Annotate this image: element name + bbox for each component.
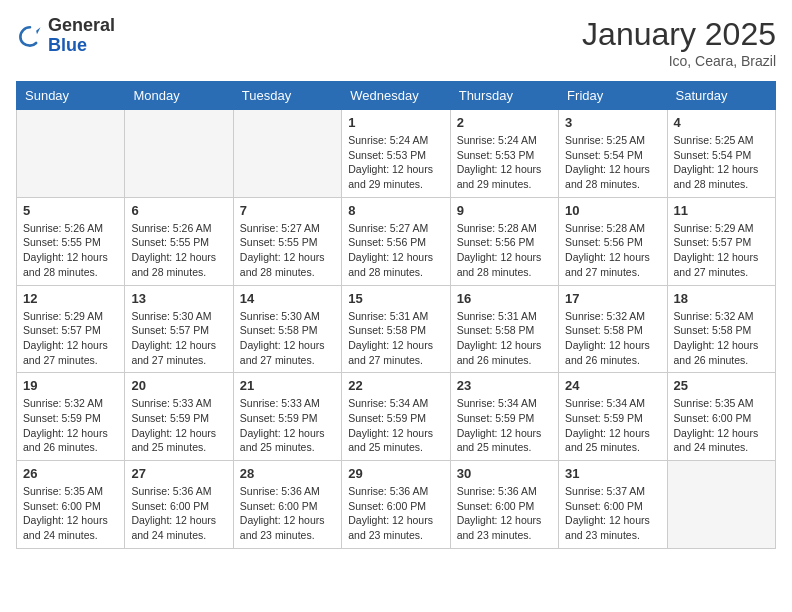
day-info: Sunrise: 5:31 AM Sunset: 5:58 PM Dayligh… bbox=[457, 309, 552, 368]
calendar-cell: 31Sunrise: 5:37 AM Sunset: 6:00 PM Dayli… bbox=[559, 461, 667, 549]
calendar-week-4: 26Sunrise: 5:35 AM Sunset: 6:00 PM Dayli… bbox=[17, 461, 776, 549]
calendar: SundayMondayTuesdayWednesdayThursdayFrid… bbox=[16, 81, 776, 549]
day-info: Sunrise: 5:36 AM Sunset: 6:00 PM Dayligh… bbox=[240, 484, 335, 543]
day-info: Sunrise: 5:33 AM Sunset: 5:59 PM Dayligh… bbox=[131, 396, 226, 455]
title-block: January 2025 Ico, Ceara, Brazil bbox=[582, 16, 776, 69]
weekday-header-friday: Friday bbox=[559, 82, 667, 110]
calendar-cell: 27Sunrise: 5:36 AM Sunset: 6:00 PM Dayli… bbox=[125, 461, 233, 549]
calendar-cell: 29Sunrise: 5:36 AM Sunset: 6:00 PM Dayli… bbox=[342, 461, 450, 549]
weekday-header-tuesday: Tuesday bbox=[233, 82, 341, 110]
day-number: 10 bbox=[565, 203, 660, 218]
calendar-cell bbox=[233, 110, 341, 198]
day-info: Sunrise: 5:35 AM Sunset: 6:00 PM Dayligh… bbox=[23, 484, 118, 543]
day-info: Sunrise: 5:27 AM Sunset: 5:56 PM Dayligh… bbox=[348, 221, 443, 280]
day-number: 29 bbox=[348, 466, 443, 481]
day-info: Sunrise: 5:37 AM Sunset: 6:00 PM Dayligh… bbox=[565, 484, 660, 543]
day-info: Sunrise: 5:26 AM Sunset: 5:55 PM Dayligh… bbox=[23, 221, 118, 280]
calendar-cell: 15Sunrise: 5:31 AM Sunset: 5:58 PM Dayli… bbox=[342, 285, 450, 373]
day-number: 21 bbox=[240, 378, 335, 393]
calendar-cell: 18Sunrise: 5:32 AM Sunset: 5:58 PM Dayli… bbox=[667, 285, 775, 373]
day-info: Sunrise: 5:29 AM Sunset: 5:57 PM Dayligh… bbox=[674, 221, 769, 280]
day-number: 9 bbox=[457, 203, 552, 218]
weekday-header-wednesday: Wednesday bbox=[342, 82, 450, 110]
day-number: 1 bbox=[348, 115, 443, 130]
day-info: Sunrise: 5:29 AM Sunset: 5:57 PM Dayligh… bbox=[23, 309, 118, 368]
day-number: 5 bbox=[23, 203, 118, 218]
calendar-cell: 30Sunrise: 5:36 AM Sunset: 6:00 PM Dayli… bbox=[450, 461, 558, 549]
day-info: Sunrise: 5:25 AM Sunset: 5:54 PM Dayligh… bbox=[565, 133, 660, 192]
day-number: 18 bbox=[674, 291, 769, 306]
day-info: Sunrise: 5:28 AM Sunset: 5:56 PM Dayligh… bbox=[457, 221, 552, 280]
calendar-cell: 6Sunrise: 5:26 AM Sunset: 5:55 PM Daylig… bbox=[125, 197, 233, 285]
logo: General Blue bbox=[16, 16, 115, 56]
calendar-cell: 9Sunrise: 5:28 AM Sunset: 5:56 PM Daylig… bbox=[450, 197, 558, 285]
day-info: Sunrise: 5:30 AM Sunset: 5:57 PM Dayligh… bbox=[131, 309, 226, 368]
day-number: 31 bbox=[565, 466, 660, 481]
calendar-cell: 14Sunrise: 5:30 AM Sunset: 5:58 PM Dayli… bbox=[233, 285, 341, 373]
calendar-week-0: 1Sunrise: 5:24 AM Sunset: 5:53 PM Daylig… bbox=[17, 110, 776, 198]
location: Ico, Ceara, Brazil bbox=[582, 53, 776, 69]
day-info: Sunrise: 5:32 AM Sunset: 5:58 PM Dayligh… bbox=[674, 309, 769, 368]
day-number: 23 bbox=[457, 378, 552, 393]
day-info: Sunrise: 5:36 AM Sunset: 6:00 PM Dayligh… bbox=[348, 484, 443, 543]
weekday-header-saturday: Saturday bbox=[667, 82, 775, 110]
day-info: Sunrise: 5:24 AM Sunset: 5:53 PM Dayligh… bbox=[457, 133, 552, 192]
calendar-cell: 23Sunrise: 5:34 AM Sunset: 5:59 PM Dayli… bbox=[450, 373, 558, 461]
day-info: Sunrise: 5:36 AM Sunset: 6:00 PM Dayligh… bbox=[131, 484, 226, 543]
weekday-header-row: SundayMondayTuesdayWednesdayThursdayFrid… bbox=[17, 82, 776, 110]
day-info: Sunrise: 5:35 AM Sunset: 6:00 PM Dayligh… bbox=[674, 396, 769, 455]
logo-icon bbox=[16, 22, 44, 50]
day-info: Sunrise: 5:30 AM Sunset: 5:58 PM Dayligh… bbox=[240, 309, 335, 368]
day-number: 2 bbox=[457, 115, 552, 130]
calendar-week-1: 5Sunrise: 5:26 AM Sunset: 5:55 PM Daylig… bbox=[17, 197, 776, 285]
day-info: Sunrise: 5:33 AM Sunset: 5:59 PM Dayligh… bbox=[240, 396, 335, 455]
calendar-cell: 20Sunrise: 5:33 AM Sunset: 5:59 PM Dayli… bbox=[125, 373, 233, 461]
day-number: 27 bbox=[131, 466, 226, 481]
day-number: 11 bbox=[674, 203, 769, 218]
day-number: 19 bbox=[23, 378, 118, 393]
calendar-cell: 26Sunrise: 5:35 AM Sunset: 6:00 PM Dayli… bbox=[17, 461, 125, 549]
day-number: 7 bbox=[240, 203, 335, 218]
day-info: Sunrise: 5:36 AM Sunset: 6:00 PM Dayligh… bbox=[457, 484, 552, 543]
weekday-header-monday: Monday bbox=[125, 82, 233, 110]
calendar-cell: 8Sunrise: 5:27 AM Sunset: 5:56 PM Daylig… bbox=[342, 197, 450, 285]
day-number: 16 bbox=[457, 291, 552, 306]
calendar-cell: 21Sunrise: 5:33 AM Sunset: 5:59 PM Dayli… bbox=[233, 373, 341, 461]
day-number: 12 bbox=[23, 291, 118, 306]
day-number: 4 bbox=[674, 115, 769, 130]
calendar-cell: 3Sunrise: 5:25 AM Sunset: 5:54 PM Daylig… bbox=[559, 110, 667, 198]
calendar-cell bbox=[667, 461, 775, 549]
calendar-cell: 1Sunrise: 5:24 AM Sunset: 5:53 PM Daylig… bbox=[342, 110, 450, 198]
weekday-header-thursday: Thursday bbox=[450, 82, 558, 110]
day-info: Sunrise: 5:28 AM Sunset: 5:56 PM Dayligh… bbox=[565, 221, 660, 280]
day-number: 14 bbox=[240, 291, 335, 306]
calendar-cell: 24Sunrise: 5:34 AM Sunset: 5:59 PM Dayli… bbox=[559, 373, 667, 461]
day-number: 6 bbox=[131, 203, 226, 218]
calendar-cell: 11Sunrise: 5:29 AM Sunset: 5:57 PM Dayli… bbox=[667, 197, 775, 285]
day-number: 30 bbox=[457, 466, 552, 481]
calendar-cell: 13Sunrise: 5:30 AM Sunset: 5:57 PM Dayli… bbox=[125, 285, 233, 373]
day-number: 26 bbox=[23, 466, 118, 481]
page-header: General Blue January 2025 Ico, Ceara, Br… bbox=[16, 16, 776, 69]
day-info: Sunrise: 5:32 AM Sunset: 5:58 PM Dayligh… bbox=[565, 309, 660, 368]
day-info: Sunrise: 5:26 AM Sunset: 5:55 PM Dayligh… bbox=[131, 221, 226, 280]
calendar-week-2: 12Sunrise: 5:29 AM Sunset: 5:57 PM Dayli… bbox=[17, 285, 776, 373]
calendar-cell: 12Sunrise: 5:29 AM Sunset: 5:57 PM Dayli… bbox=[17, 285, 125, 373]
calendar-cell: 22Sunrise: 5:34 AM Sunset: 5:59 PM Dayli… bbox=[342, 373, 450, 461]
logo-blue: Blue bbox=[48, 35, 87, 55]
day-number: 3 bbox=[565, 115, 660, 130]
calendar-cell: 7Sunrise: 5:27 AM Sunset: 5:55 PM Daylig… bbox=[233, 197, 341, 285]
day-number: 15 bbox=[348, 291, 443, 306]
calendar-cell: 4Sunrise: 5:25 AM Sunset: 5:54 PM Daylig… bbox=[667, 110, 775, 198]
calendar-cell: 5Sunrise: 5:26 AM Sunset: 5:55 PM Daylig… bbox=[17, 197, 125, 285]
day-info: Sunrise: 5:32 AM Sunset: 5:59 PM Dayligh… bbox=[23, 396, 118, 455]
day-info: Sunrise: 5:34 AM Sunset: 5:59 PM Dayligh… bbox=[565, 396, 660, 455]
calendar-cell: 19Sunrise: 5:32 AM Sunset: 5:59 PM Dayli… bbox=[17, 373, 125, 461]
day-number: 24 bbox=[565, 378, 660, 393]
day-number: 28 bbox=[240, 466, 335, 481]
calendar-cell: 10Sunrise: 5:28 AM Sunset: 5:56 PM Dayli… bbox=[559, 197, 667, 285]
day-number: 17 bbox=[565, 291, 660, 306]
day-number: 13 bbox=[131, 291, 226, 306]
day-info: Sunrise: 5:27 AM Sunset: 5:55 PM Dayligh… bbox=[240, 221, 335, 280]
logo-general: General bbox=[48, 15, 115, 35]
